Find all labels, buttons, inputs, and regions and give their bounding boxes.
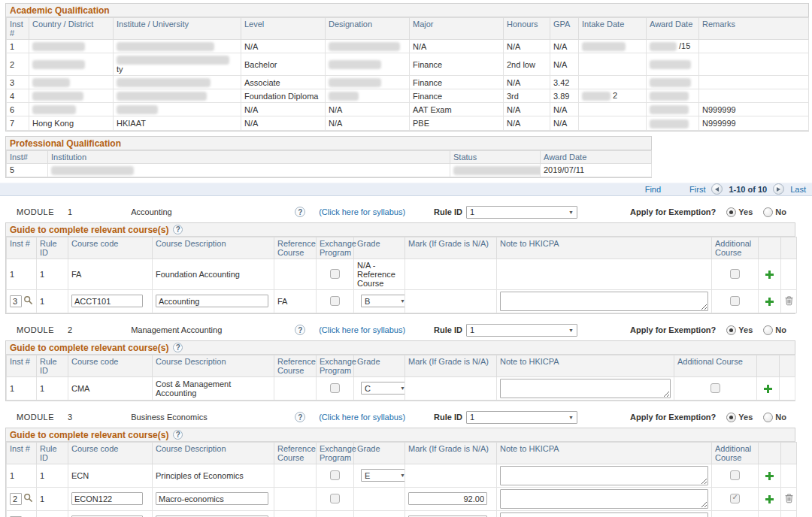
note-to-hkicpa-textarea[interactable] — [500, 466, 708, 485]
cell-text: N999999 — [702, 119, 736, 128]
course-description-input[interactable] — [156, 492, 268, 505]
mark-input[interactable] — [408, 492, 487, 505]
redacted-content — [650, 60, 691, 69]
inst-number-input[interactable] — [10, 295, 22, 307]
additional-course-checkbox[interactable] — [730, 470, 740, 480]
add-row-icon[interactable] — [765, 298, 774, 306]
delete-row-icon[interactable] — [785, 298, 793, 307]
rule-id-select-value: 1 — [470, 325, 474, 334]
module-name: Accounting — [131, 207, 289, 216]
cell-text: Finance — [413, 92, 442, 101]
inst-cell — [7, 510, 37, 517]
rule-id-cell: 1 — [37, 487, 68, 510]
syllabus-link[interactable]: (Click here for syllabus) — [319, 413, 405, 422]
grade-select[interactable]: B▼ — [361, 295, 405, 307]
column-header: Inst# — [7, 150, 48, 163]
exemption-yes-radio[interactable] — [726, 325, 736, 335]
redacted-content — [329, 92, 359, 101]
help-icon[interactable]: ? — [173, 225, 183, 234]
note-to-hkicpa-textarea[interactable] — [500, 512, 708, 517]
table-cell — [114, 103, 241, 116]
note-to-hkicpa-textarea[interactable] — [500, 489, 708, 509]
exchange-program-checkbox[interactable] — [330, 470, 340, 480]
professional-row: 52019/07/11 — [7, 163, 652, 177]
redacted-content — [117, 56, 229, 65]
exemption-no-radio[interactable] — [763, 413, 773, 422]
redacted-content — [32, 42, 85, 51]
add-row-cell — [759, 510, 781, 517]
module-section-2: MODULE2Management Accounting?(Click here… — [0, 324, 812, 401]
redacted-content — [117, 42, 214, 51]
exemption-yes-radio[interactable] — [726, 413, 736, 422]
course-description-input[interactable] — [156, 295, 268, 307]
find-link[interactable]: Find — [645, 185, 661, 194]
inst-cell — [7, 289, 37, 313]
exemption-no-radio[interactable] — [763, 207, 773, 217]
table-cell — [647, 116, 699, 130]
grade-select[interactable]: E▼ — [361, 469, 405, 482]
rule-id-cell: 1 — [37, 510, 68, 517]
course-code-input[interactable] — [71, 492, 143, 505]
exchange-program-checkbox[interactable] — [330, 269, 340, 279]
first-link[interactable]: First — [689, 185, 705, 194]
course-grid-table: Inst #Rule IDCourse codeCourse Descripti… — [6, 442, 797, 517]
chevron-down-icon: ▼ — [568, 210, 574, 215]
inst-number-input[interactable] — [10, 493, 22, 505]
lookup-icon[interactable] — [23, 295, 33, 307]
help-icon[interactable]: ? — [173, 430, 183, 440]
last-link[interactable]: Last — [790, 185, 806, 194]
add-row-icon[interactable] — [765, 472, 774, 480]
rule-id-label: Rule ID — [434, 325, 462, 334]
column-header: Reference Course — [274, 237, 317, 258]
additional-course-checkbox[interactable] — [730, 269, 740, 279]
rule-id-select[interactable]: 1▼ — [466, 206, 577, 219]
grade-select[interactable]: C▼ — [361, 382, 405, 395]
cell-text: N/A — [329, 105, 342, 114]
table-cell: 4 — [7, 89, 29, 103]
add-row-icon[interactable] — [765, 495, 774, 503]
module-label: MODULE — [17, 325, 54, 334]
help-icon[interactable]: ? — [173, 343, 183, 352]
previous-page-icon[interactable] — [711, 183, 723, 195]
additional-course-checkbox[interactable] — [710, 383, 720, 393]
add-row-icon[interactable] — [764, 385, 772, 393]
additional-course-checkbox[interactable] — [730, 494, 740, 503]
exchange-program-checkbox[interactable] — [330, 296, 340, 306]
next-page-icon[interactable] — [773, 183, 784, 195]
exemption-yes-radio[interactable] — [726, 207, 736, 217]
table-cell — [114, 76, 241, 89]
exemption-no-radio[interactable] — [763, 325, 773, 335]
rule-id-select[interactable]: 1▼ — [466, 411, 577, 424]
column-header: Exchange Program — [317, 237, 354, 258]
exchange-program-cell — [317, 487, 354, 510]
icon-column-header — [757, 355, 780, 376]
help-icon[interactable]: ? — [295, 325, 305, 335]
course-code-input[interactable] — [71, 295, 143, 307]
rule-id-select-value: 1 — [470, 413, 474, 422]
add-row-icon[interactable] — [765, 271, 774, 279]
course-description-cell: Foundation Accounting — [153, 258, 274, 289]
exchange-program-checkbox[interactable] — [330, 383, 340, 393]
add-row-cell — [759, 258, 781, 289]
redacted-content — [117, 78, 211, 87]
redacted-content — [32, 60, 85, 69]
cell-text: N999999 — [702, 105, 736, 114]
note-to-hkicpa-textarea[interactable] — [500, 292, 708, 311]
column-header: Grade — [354, 442, 405, 464]
additional-course-checkbox[interactable] — [730, 296, 740, 306]
icon-column-header — [759, 237, 781, 258]
rule-id-select[interactable]: 1▼ — [466, 324, 577, 337]
redacted-content — [117, 92, 207, 101]
table-cell: N/A — [410, 40, 504, 53]
module-number: 2 — [68, 325, 72, 334]
help-icon[interactable]: ? — [295, 412, 305, 422]
syllabus-link[interactable]: (Click here for syllabus) — [319, 325, 405, 334]
lookup-icon[interactable] — [23, 493, 33, 504]
exchange-program-checkbox[interactable] — [330, 494, 340, 503]
module-label: MODULE — [17, 207, 54, 216]
note-to-hkicpa-textarea[interactable] — [500, 379, 671, 398]
delete-row-icon[interactable] — [785, 496, 793, 505]
syllabus-link[interactable]: (Click here for syllabus) — [319, 207, 405, 216]
help-icon[interactable]: ? — [295, 207, 305, 217]
reference-course-cell: FA — [274, 289, 317, 313]
